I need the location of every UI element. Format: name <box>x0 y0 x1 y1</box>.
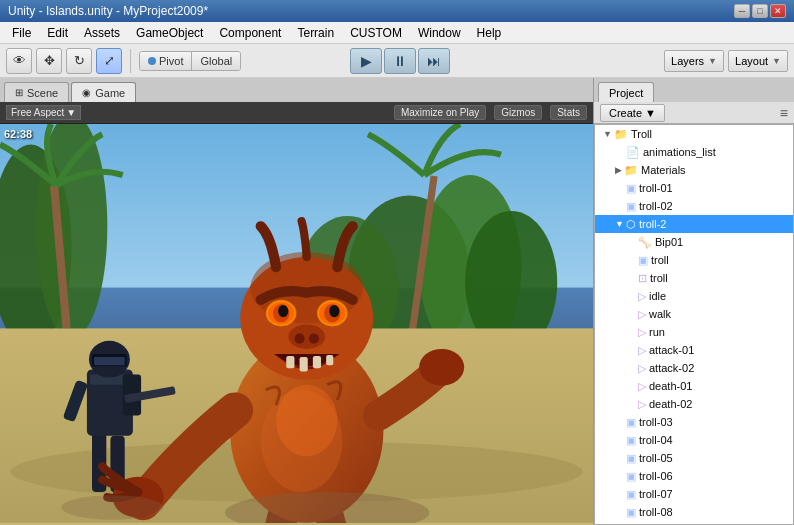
right-panel: Project Create ▼ ≡ ▼📁Troll📄animations_li… <box>594 78 794 525</box>
tree-item-bip01[interactable]: 🦴Bip01 <box>595 233 793 251</box>
tree-item-troll-05[interactable]: ▣troll-05 <box>595 449 793 467</box>
view-tabs: ⊞ Scene ◉ Game <box>0 78 593 102</box>
tree-item-run[interactable]: ▷run <box>595 323 793 341</box>
tree-item-troll-06[interactable]: ▣troll-06 <box>595 467 793 485</box>
project-header: Project <box>594 78 794 102</box>
toolbar: 👁 ✥ ↻ ⤢ Pivot Global ▶ ⏸ ⏭ Layers ▼ Layo… <box>0 44 794 78</box>
move-button[interactable]: ✥ <box>36 48 62 74</box>
svg-point-35 <box>278 305 288 317</box>
play-button[interactable]: ▶ <box>350 48 382 74</box>
global-button[interactable]: Global <box>192 52 240 70</box>
layers-group: Layers ▼ Layout ▼ <box>664 50 788 72</box>
title-bar: Unity - Islands.unity - MyProject2009* ─… <box>0 0 794 22</box>
tree-item-troll-a[interactable]: ▣troll <box>595 251 793 269</box>
svg-rect-42 <box>286 356 294 368</box>
svg-point-46 <box>276 385 337 457</box>
create-arrow: ▼ <box>645 107 656 119</box>
pivot-global-group: Pivot Global <box>139 51 241 71</box>
window-controls: ─ □ ✕ <box>734 4 786 18</box>
main-area: ⊞ Scene ◉ Game Free Aspect ▼ Maximize on… <box>0 78 794 525</box>
menu-help[interactable]: Help <box>469 24 510 42</box>
tree-item-troll-b[interactable]: ⊡troll <box>595 269 793 287</box>
game-tab-icon: ◉ <box>82 87 91 98</box>
game-controls-bar: Free Aspect ▼ Maximize on Play Gizmos St… <box>0 102 593 124</box>
create-button[interactable]: Create ▼ <box>600 104 665 122</box>
layout-arrow: ▼ <box>772 56 781 66</box>
tree-item-troll-03[interactable]: ▣troll-03 <box>595 413 793 431</box>
tree-item-troll-02[interactable]: ▣troll-02 <box>595 197 793 215</box>
scale-button[interactable]: ⤢ <box>96 48 122 74</box>
step-button[interactable]: ⏭ <box>418 48 450 74</box>
layout-label: Layout <box>735 55 768 67</box>
tree-item-materials[interactable]: ▶📁Materials <box>595 161 793 179</box>
tree-item-troll-root[interactable]: ▼📁Troll <box>595 125 793 143</box>
scene-tab-label: Scene <box>27 87 58 99</box>
menu-assets[interactable]: Assets <box>76 24 128 42</box>
layers-dropdown[interactable]: Layers ▼ <box>664 50 724 72</box>
tree-item-troll-08[interactable]: ▣troll-08 <box>595 503 793 521</box>
maximize-play-button[interactable]: Maximize on Play <box>394 105 486 120</box>
global-label: Global <box>200 55 232 67</box>
scene-tab[interactable]: ⊞ Scene <box>4 82 69 102</box>
project-tab[interactable]: Project <box>598 82 654 102</box>
svg-point-41 <box>309 334 319 344</box>
tree-item-attack-02[interactable]: ▷attack-02 <box>595 359 793 377</box>
gizmos-button[interactable]: Gizmos <box>494 105 542 120</box>
separator-1 <box>130 49 131 73</box>
tree-item-death-01[interactable]: ▷death-01 <box>595 377 793 395</box>
tree-item-idle[interactable]: ▷idle <box>595 287 793 305</box>
minimize-button[interactable]: ─ <box>734 4 750 18</box>
menu-edit[interactable]: Edit <box>39 24 76 42</box>
layout-dropdown[interactable]: Layout ▼ <box>728 50 788 72</box>
menu-bar: File Edit Assets GameObject Component Te… <box>0 22 794 44</box>
tree-item-troll-2[interactable]: ▼⬡troll-2 <box>595 215 793 233</box>
svg-rect-44 <box>313 356 321 368</box>
eye-button[interactable]: 👁 <box>6 48 32 74</box>
aspect-dropdown[interactable]: Free Aspect ▼ <box>6 105 81 120</box>
menu-terrain[interactable]: Terrain <box>289 24 342 42</box>
svg-point-27 <box>419 349 464 386</box>
game-tab[interactable]: ◉ Game <box>71 82 136 102</box>
left-panel: ⊞ Scene ◉ Game Free Aspect ▼ Maximize on… <box>0 78 594 525</box>
svg-point-39 <box>288 324 325 349</box>
tree-item-walk[interactable]: ▷walk <box>595 305 793 323</box>
svg-point-36 <box>329 305 339 317</box>
svg-rect-45 <box>326 355 333 365</box>
pivot-button[interactable]: Pivot <box>140 52 192 70</box>
pivot-dot <box>148 57 156 65</box>
rotate-button[interactable]: ↻ <box>66 48 92 74</box>
menu-window[interactable]: Window <box>410 24 469 42</box>
tree-item-death-02[interactable]: ▷death-02 <box>595 395 793 413</box>
scene-svg <box>0 124 593 523</box>
scene-tab-icon: ⊞ <box>15 87 23 98</box>
aspect-arrow: ▼ <box>66 107 76 118</box>
tree-item-attack-01[interactable]: ▷attack-01 <box>595 341 793 359</box>
maximize-button[interactable]: □ <box>752 4 768 18</box>
menu-gameobject[interactable]: GameObject <box>128 24 211 42</box>
svg-rect-19 <box>94 357 125 365</box>
project-toolbar: Create ▼ ≡ <box>594 102 794 124</box>
svg-point-48 <box>61 495 163 520</box>
game-tab-label: Game <box>95 87 125 99</box>
viewport: 62:38 <box>0 124 593 525</box>
menu-component[interactable]: Component <box>211 24 289 42</box>
svg-rect-43 <box>300 357 308 371</box>
aspect-label: Free Aspect <box>11 107 64 118</box>
project-menu-icon[interactable]: ≡ <box>780 105 788 121</box>
tree-item-troll-01[interactable]: ▣troll-01 <box>595 179 793 197</box>
menu-file[interactable]: File <box>4 24 39 42</box>
tree-item-animations-list[interactable]: 📄animations_list <box>595 143 793 161</box>
pause-button[interactable]: ⏸ <box>384 48 416 74</box>
tree-item-troll-07[interactable]: ▣troll-07 <box>595 485 793 503</box>
pivot-label: Pivot <box>159 55 183 67</box>
close-button[interactable]: ✕ <box>770 4 786 18</box>
play-controls: ▶ ⏸ ⏭ <box>350 48 450 74</box>
svg-point-40 <box>294 334 304 344</box>
menu-custom[interactable]: CUSTOM <box>342 24 410 42</box>
layers-label: Layers <box>671 55 704 67</box>
tree-item-troll-09[interactable]: ▣troll-09 <box>595 521 793 525</box>
tree-item-troll-04[interactable]: ▣troll-04 <box>595 431 793 449</box>
file-tree: ▼📁Troll📄animations_list▶📁Materials▣troll… <box>594 124 794 525</box>
stats-button[interactable]: Stats <box>550 105 587 120</box>
window-title: Unity - Islands.unity - MyProject2009* <box>8 4 208 18</box>
